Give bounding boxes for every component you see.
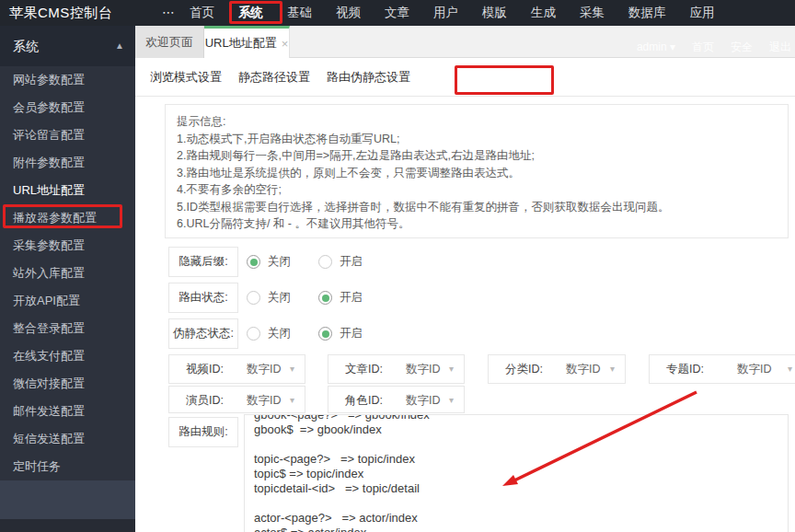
chevron-down-icon: ▾ bbox=[788, 355, 792, 383]
sidebar-item-url-config[interactable]: URL地址配置 bbox=[0, 177, 135, 204]
nav-item-article[interactable]: 文章 bbox=[385, 0, 409, 26]
main-content: 提示信息: 1.动态模式下,开启路由状态将自动重写URL; 2.路由规则每行一条… bbox=[135, 97, 795, 532]
radio-selected-icon[interactable] bbox=[318, 291, 332, 305]
nav-item-basic[interactable]: 基础 bbox=[287, 0, 312, 26]
sidebar-item-comment-config[interactable]: 评论留言配置 bbox=[0, 121, 135, 149]
nav-item-home[interactable]: 首页 bbox=[190, 0, 214, 26]
nav-item-database[interactable]: 数据库 bbox=[628, 0, 666, 26]
tab-welcome[interactable]: 欢迎页面 bbox=[135, 26, 204, 58]
caret-down-icon: ▾ bbox=[670, 40, 675, 53]
radio-selected-icon[interactable] bbox=[247, 255, 260, 269]
route-rules-textarea[interactable]: gbook-<page?> => gbook/index gbook$ => g… bbox=[244, 414, 789, 532]
nav-item-system[interactable]: 系统 bbox=[238, 0, 263, 26]
subtab-static-path[interactable]: 静态路径设置 bbox=[238, 69, 310, 86]
video-id-select[interactable]: 视频ID: 数字ID ▾ bbox=[168, 354, 305, 384]
hint-line: 2.路由规则每行一条,中间用=>隔开,左边是路由表达式,右边是路由地址; bbox=[177, 147, 777, 165]
role-id-select[interactable]: 角色ID: 数字ID ▾ bbox=[328, 386, 465, 413]
hint-line: 4.不要有多余的空行; bbox=[177, 181, 777, 199]
sub-tabs: 浏览模式设置 静态路径设置 路由伪静态设置 bbox=[135, 58, 795, 97]
chevron-down-icon: ▾ bbox=[610, 355, 615, 383]
route-rules-content: gbook-<page?> => gbook/index gbook$ => g… bbox=[245, 414, 788, 532]
hint-line: 6.URL分隔符支持/ 和 - 。不建议用其他符号。 bbox=[177, 215, 777, 233]
hint-line: 1.动态模式下,开启路由状态将自动重写URL; bbox=[177, 131, 777, 148]
hint-title: 提示信息: bbox=[177, 113, 777, 131]
close-icon[interactable]: × bbox=[282, 37, 289, 51]
sidebar: 系统 ▲ 网站参数配置 会员参数配置 评论留言配置 附件参数配置 URL地址配置… bbox=[0, 26, 135, 532]
radio-close[interactable]: 关闭 bbox=[247, 326, 291, 341]
chevron-down-icon: ▾ bbox=[290, 387, 294, 414]
chevron-down-icon: ▾ bbox=[290, 355, 294, 383]
sidebar-footer-band bbox=[0, 480, 135, 519]
nav-item-template[interactable]: 模版 bbox=[482, 0, 507, 26]
tab-url-config[interactable]: URL地址配置 × bbox=[204, 26, 290, 58]
route-status-radio-group: 关闭 开启 bbox=[247, 283, 363, 313]
nav-item-video[interactable]: 视频 bbox=[336, 0, 361, 26]
hint-box: 提示信息: 1.动态模式下,开启路由状态将自动重写URL; 2.路由规则每行一条… bbox=[165, 104, 789, 238]
sidebar-menu: 网站参数配置 会员参数配置 评论留言配置 附件参数配置 URL地址配置 播放器参… bbox=[0, 66, 135, 480]
nav-item-collect[interactable]: 采集 bbox=[580, 0, 605, 26]
sidebar-footer-band-dark bbox=[0, 519, 135, 532]
radio-close[interactable]: 关闭 bbox=[247, 254, 291, 270]
radio-open[interactable]: 开启 bbox=[318, 254, 363, 270]
sidebar-item-email-send[interactable]: 邮件发送配置 bbox=[0, 398, 135, 425]
user-link-logout[interactable]: 退出 bbox=[769, 40, 791, 55]
sidebar-item-online-pay[interactable]: 在线支付配置 bbox=[0, 342, 135, 370]
radio-open[interactable]: 开启 bbox=[318, 326, 363, 341]
radio-unselected-icon[interactable] bbox=[247, 327, 260, 341]
route-status-label: 路由状态: bbox=[168, 283, 238, 313]
sidebar-item-wechat[interactable]: 微信对接配置 bbox=[0, 370, 135, 398]
category-id-select[interactable]: 分类ID: 数字ID ▾ bbox=[488, 354, 626, 384]
rewrite-status-label: 伪静态状态: bbox=[168, 318, 238, 349]
tab-url-config-label: URL地址配置 bbox=[205, 35, 277, 52]
app-title: 苹果CMS控制台 bbox=[9, 0, 112, 26]
sidebar-item-player-params[interactable]: 播放器参数配置 bbox=[0, 204, 135, 232]
sidebar-header[interactable]: 系统 ▲ bbox=[0, 26, 135, 66]
sidebar-item-site-params[interactable]: 网站参数配置 bbox=[0, 66, 135, 94]
user-link-security[interactable]: 安全 bbox=[731, 40, 753, 55]
route-rules-label: 路由规则: bbox=[168, 417, 238, 447]
sidebar-item-sms-send[interactable]: 短信发送配置 bbox=[0, 425, 135, 453]
sidebar-item-member-params[interactable]: 会员参数配置 bbox=[0, 94, 135, 121]
hide-suffix-radio-group: 关闭 开启 bbox=[247, 247, 363, 277]
sidebar-item-collect-params[interactable]: 采集参数配置 bbox=[0, 232, 135, 260]
top-nav: 首页 系统 基础 视频 文章 用户 模版 生成 采集 数据库 应用 bbox=[190, 0, 715, 26]
nav-item-app[interactable]: 应用 bbox=[690, 0, 715, 26]
user-links: admin ▾ 首页 安全 退出 bbox=[637, 37, 791, 57]
sidebar-item-attachment-params[interactable]: 附件参数配置 bbox=[0, 149, 135, 177]
actor-id-select[interactable]: 演员ID: 数字ID ▾ bbox=[168, 386, 305, 413]
radio-unselected-icon[interactable] bbox=[247, 291, 260, 305]
sidebar-item-cron-task[interactable]: 定时任务 bbox=[0, 453, 135, 480]
radio-selected-icon[interactable] bbox=[318, 327, 332, 341]
radio-open[interactable]: 开启 bbox=[318, 290, 363, 306]
subtab-browse-mode[interactable]: 浏览模式设置 bbox=[150, 69, 222, 86]
hide-suffix-label: 隐藏后缀: bbox=[168, 247, 238, 277]
hint-line: 3.路由地址是系统提供的，原则上不会变，只需要调整路由表达式。 bbox=[177, 165, 777, 182]
sidebar-item-external-store[interactable]: 站外入库配置 bbox=[0, 260, 135, 287]
article-id-select[interactable]: 文章ID: 数字ID ▾ bbox=[328, 354, 465, 384]
rewrite-status-radio-group: 关闭 开启 bbox=[247, 318, 363, 349]
hint-line: 5.ID类型根据需要自行选择，选择拼音时，数据中不能有重复的拼音，否则获取数据会… bbox=[177, 199, 777, 216]
topic-id-select[interactable]: 专题ID: 数字ID ▾ bbox=[649, 354, 795, 384]
top-bar: 苹果CMS控制台 ⋯ 首页 系统 基础 视频 文章 用户 模版 生成 采集 数据… bbox=[0, 0, 795, 26]
sidebar-item-integrated-login[interactable]: 整合登录配置 bbox=[0, 315, 135, 342]
user-link-home[interactable]: 首页 bbox=[692, 40, 714, 55]
user-dropdown[interactable]: admin ▾ bbox=[637, 40, 675, 53]
more-menu-icon[interactable]: ⋯ bbox=[162, 0, 176, 26]
radio-close[interactable]: 关闭 bbox=[247, 290, 291, 306]
chevron-down-icon: ▾ bbox=[449, 387, 454, 414]
sidebar-header-label: 系统 bbox=[13, 26, 39, 66]
radio-unselected-icon[interactable] bbox=[318, 255, 332, 269]
subtab-route-rewrite[interactable]: 路由伪静态设置 bbox=[327, 69, 410, 86]
nav-item-user[interactable]: 用户 bbox=[433, 0, 458, 26]
collapse-arrow-icon[interactable]: ▲ bbox=[115, 26, 124, 66]
chevron-down-icon: ▾ bbox=[449, 355, 454, 383]
nav-item-generate[interactable]: 生成 bbox=[531, 0, 556, 26]
sidebar-item-open-api[interactable]: 开放API配置 bbox=[0, 287, 135, 315]
